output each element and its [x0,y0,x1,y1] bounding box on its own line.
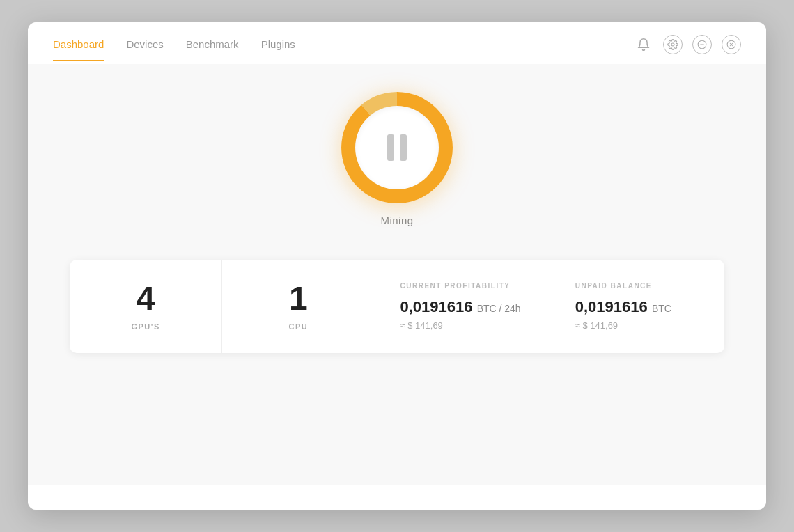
gpu-label: GPU'S [131,322,159,331]
bottom-strip [28,485,766,510]
pause-bar-right [400,134,407,161]
app-window: Dashboard Devices Benchmark Plugins [28,22,766,510]
mining-btn-inner [355,106,439,189]
tab-plugins[interactable]: Plugins [261,38,295,61]
profitability-section-label: CURRENT PROFITABILITY [400,282,511,290]
stat-card-cpu: 1 CPU [222,260,375,353]
stat-card-gpus: 4 GPU'S [70,260,222,353]
cpu-label: CPU [289,322,309,331]
close-icon[interactable] [722,35,741,54]
minimize-icon[interactable] [692,35,712,54]
pause-icon [387,134,407,161]
header: Dashboard Devices Benchmark Plugins [28,22,766,64]
profitability-btc-value: 0,0191616 BTC / 24h [400,298,521,316]
balance-btc-unit: BTC [652,303,671,314]
nav-tabs: Dashboard Devices Benchmark Plugins [53,38,295,61]
mining-section: Mining [341,92,453,226]
tab-devices[interactable]: Devices [126,38,163,61]
gpu-count: 4 [137,282,155,315]
settings-icon[interactable] [663,35,683,54]
main-content: Mining 4 GPU'S 1 CPU CURRENT PROFITABILI… [28,64,766,485]
header-icons [634,35,741,64]
mining-button[interactable] [341,92,453,203]
profitability-btc-unit: BTC / 24h [477,303,521,314]
stat-card-profitability: CURRENT PROFITABILITY 0,0191616 BTC / 24… [375,260,550,353]
tab-dashboard[interactable]: Dashboard [53,38,104,61]
balance-section-label: UNPAID BALANCE [575,282,652,290]
svg-point-0 [671,43,674,46]
notification-icon[interactable] [634,35,653,54]
tab-benchmark[interactable]: Benchmark [186,38,239,61]
balance-btc-value: 0,0191616 BTC [575,298,671,316]
stats-row: 4 GPU'S 1 CPU CURRENT PROFITABILITY 0,01… [70,260,724,353]
cpu-count: 1 [289,282,308,315]
profitability-usd: ≈ $ 141,69 [400,320,443,331]
balance-usd: ≈ $ 141,69 [575,320,618,331]
mining-status-label: Mining [380,214,413,226]
stat-card-balance: UNPAID BALANCE 0,0191616 BTC ≈ $ 141,69 [550,260,724,353]
pause-bar-left [387,134,394,161]
